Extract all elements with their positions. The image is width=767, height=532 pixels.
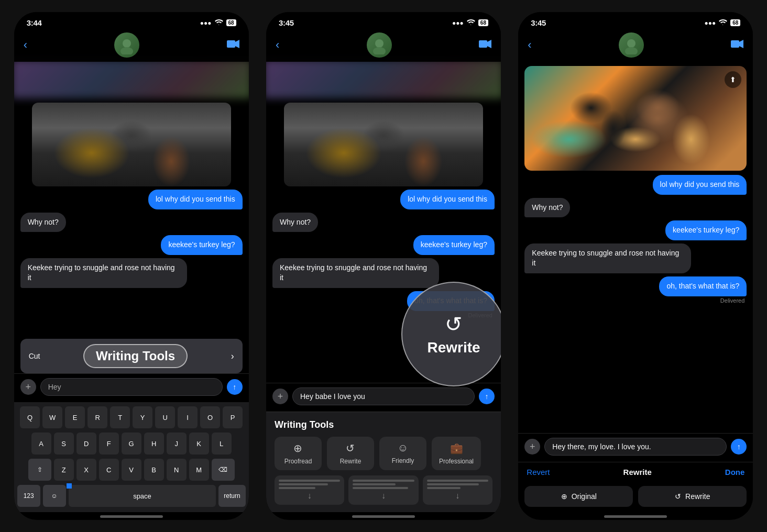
original-button[interactable]: ⊕ Original (524, 486, 633, 507)
msg-row-2: Why not? (20, 213, 243, 232)
rewrite-button[interactable]: ↺ Rewrite (638, 486, 747, 507)
cat-image-container: ⬆ (518, 62, 753, 171)
back-button-2[interactable]: ‹ (276, 39, 279, 51)
status-time-3: 3:45 (531, 18, 546, 27)
key-i[interactable]: I (178, 406, 198, 428)
input-area-1: + Hey ↑ (14, 373, 249, 402)
svg-point-1 (120, 47, 133, 54)
kb-row-3: ⇧ Z X C V B N M ⌫ (17, 459, 246, 481)
messages-area-3: lol why did you send this Why not? keeke… (518, 171, 753, 433)
home-indicator-1 (100, 515, 163, 518)
send-button-2[interactable]: ↑ (479, 389, 495, 404)
key-f[interactable]: F (99, 433, 119, 455)
key-r[interactable]: R (87, 406, 107, 428)
input-plus-3[interactable]: + (524, 439, 540, 455)
msg-2-outgoing-2: keekee's turkey leg? (413, 235, 495, 255)
key-l[interactable]: L (212, 433, 232, 455)
msg-3-outgoing-1: lol why did you send this (653, 175, 747, 195)
input-plus-2[interactable]: + (272, 389, 288, 404)
avatar-2 (367, 32, 392, 58)
video-button-1[interactable] (227, 39, 239, 51)
wt-option-proofread[interactable]: ⊕ Proofread (275, 437, 322, 470)
key-space[interactable]: space (69, 485, 216, 507)
msg-incoming-1: Why not? (20, 213, 66, 232)
input-field-1[interactable]: Hey (40, 378, 223, 396)
svg-marker-11 (739, 40, 743, 48)
input-field-3[interactable]: Hey there, my love. I love you. (544, 438, 727, 456)
input-plus-1[interactable]: + (20, 379, 36, 395)
key-n[interactable]: N (167, 459, 187, 481)
rewrite-bar-title: Rewrite (623, 468, 652, 476)
key-k[interactable]: K (189, 433, 209, 455)
msg-row-1: lol why did you send this (20, 190, 243, 209)
rewrite-circle-overlay[interactable]: ↺ Rewrite (401, 282, 501, 386)
back-button-1[interactable]: ‹ (24, 39, 27, 51)
key-m[interactable]: M (189, 459, 209, 481)
status-icons-1: ●●● 68 (200, 19, 236, 27)
key-z[interactable]: Z (54, 459, 74, 481)
original-icon: ⊕ (561, 492, 567, 501)
key-t[interactable]: T (110, 406, 130, 428)
revert-button[interactable]: Revert (527, 468, 550, 476)
key-g[interactable]: G (122, 433, 141, 455)
key-e[interactable]: E (65, 406, 85, 428)
wt-option-rewrite[interactable]: ↺ Rewrite (327, 437, 374, 470)
messages-area-1: lol why did you send this Why not? keeke… (14, 98, 249, 337)
back-button-3[interactable]: ‹ (528, 39, 531, 51)
preview-card-3: ↓ (423, 475, 492, 505)
battery-badge-1: 68 (226, 19, 236, 26)
phone-screen-3: 3:45 ●●● 68 ‹ (518, 12, 753, 520)
professional-icon: 💼 (450, 442, 463, 455)
key-p[interactable]: P (223, 406, 243, 428)
nav-bar-3: ‹ (518, 29, 753, 62)
header-blur-1 (14, 59, 249, 98)
preview-arrow-2: ↓ (381, 491, 386, 501)
wt-options-row-2: ⊕ Proofread ↺ Rewrite ☺ Friendly 💼 Profe… (275, 437, 492, 470)
key-q[interactable]: Q (20, 406, 40, 428)
context-arrow[interactable]: › (231, 351, 234, 362)
key-y[interactable]: Y (133, 406, 152, 428)
wifi-icon-1 (215, 19, 223, 27)
nav-bar-2: ‹ (266, 29, 501, 62)
key-v[interactable]: V (122, 459, 141, 481)
key-shift[interactable]: ⇧ (28, 459, 51, 481)
context-cut[interactable]: Cut (29, 352, 40, 360)
wt-option-professional[interactable]: 💼 Professional (432, 437, 481, 470)
msg-row-2-2: Why not? (272, 213, 495, 232)
key-o[interactable]: O (200, 406, 220, 428)
send-button-3[interactable]: ↑ (731, 439, 747, 455)
key-a[interactable]: A (31, 433, 51, 455)
writing-tools-label: Writing Tools (96, 349, 175, 363)
wt-option-friendly[interactable]: ☺ Friendly (379, 437, 426, 470)
key-s[interactable]: S (54, 433, 74, 455)
key-u[interactable]: U (155, 406, 175, 428)
nav-bar-1: ‹ (14, 29, 249, 62)
rewrite-icon-small: ↺ (346, 442, 355, 455)
key-return[interactable]: return (218, 485, 245, 507)
key-x[interactable]: X (76, 459, 96, 481)
send-button-1[interactable]: ↑ (227, 379, 243, 395)
key-b[interactable]: B (144, 459, 164, 481)
key-123[interactable]: 123 (17, 485, 40, 507)
dog-image-1 (32, 103, 231, 186)
key-w[interactable]: W (42, 406, 62, 428)
video-button-3[interactable] (731, 39, 743, 51)
msg-row-2-1: lol why did you send this (272, 190, 495, 209)
key-emoji[interactable]: ☺ (43, 485, 66, 507)
key-delete[interactable]: ⌫ (212, 459, 235, 481)
preview-arrow-3: ↓ (455, 491, 459, 501)
writing-tools-highlight[interactable]: Writing Tools (83, 344, 188, 368)
status-bar-1: 3:44 ●●● 68 (14, 12, 249, 29)
video-button-2[interactable] (479, 39, 491, 51)
input-field-2[interactable]: Hey babe I love you (292, 387, 475, 405)
done-button[interactable]: Done (725, 468, 745, 476)
key-h[interactable]: H (144, 433, 164, 455)
key-j[interactable]: J (167, 433, 187, 455)
wifi-icon-2 (467, 19, 475, 27)
text-cursor-1 (67, 483, 72, 489)
key-c[interactable]: C (99, 459, 119, 481)
key-d[interactable]: D (76, 433, 96, 455)
status-bar-3: 3:45 ●●● 68 (518, 12, 753, 29)
msg-incoming-2: Keekee trying to snuggle and rose not ha… (20, 258, 187, 288)
friendly-label: Friendly (392, 457, 414, 464)
